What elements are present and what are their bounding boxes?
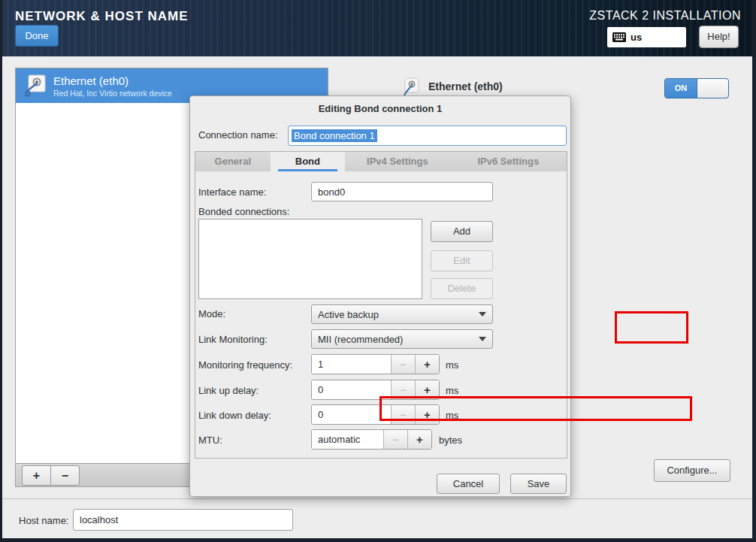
help-button[interactable]: Help! <box>699 26 739 48</box>
monitoring-frequency-spinner: − + <box>311 354 440 374</box>
monitoring-frequency-input[interactable] <box>312 355 391 374</box>
selected-device-title: Ethernet (eth0) <box>428 80 503 92</box>
save-button[interactable]: Save <box>510 474 567 494</box>
device-item-subtitle: Red Hat, Inc Virtio network device <box>53 89 172 98</box>
connection-name-label: Connection name: <box>198 129 278 141</box>
chevron-down-icon <box>479 312 486 316</box>
connection-name-selected-text: Bond connection 1 <box>292 129 377 142</box>
bonded-connections-list[interactable] <box>198 219 422 299</box>
bonded-connections-label: Bonded connections: <box>198 206 289 217</box>
chevron-down-icon <box>479 337 486 341</box>
link-monitoring-label: Link Monitoring: <box>198 334 268 345</box>
edit-connection-button[interactable]: Edit <box>431 250 493 271</box>
keyboard-icon <box>612 32 626 42</box>
keyboard-layout-label: us <box>631 32 642 43</box>
delete-connection-button[interactable]: Delete <box>431 278 493 299</box>
mode-label: Mode: <box>198 308 225 319</box>
link-up-delay-unit: ms <box>446 385 458 396</box>
link-up-delay-label: Link up delay: <box>198 385 259 396</box>
minus-icon[interactable]: − <box>391 355 415 374</box>
link-up-delay-input[interactable] <box>312 380 391 399</box>
minus-icon[interactable]: − <box>391 380 415 399</box>
hostname-separator <box>0 498 756 499</box>
toggle-handle[interactable] <box>697 79 728 98</box>
interface-name-input[interactable] <box>311 182 493 201</box>
plus-icon[interactable]: + <box>415 355 439 374</box>
link-monitoring-value: MII (recommended) <box>318 334 479 345</box>
device-item-text: Ethernet (eth0) Red Hat, Inc Virtio netw… <box>53 74 172 98</box>
interface-name-label: Interface name: <box>198 186 266 198</box>
annotation-add-highlight <box>615 311 688 344</box>
edit-bond-dialog: Editing Bond connection 1 Connection nam… <box>189 95 571 497</box>
header-bar: NETWORK & HOST NAME Done ZSTACK 2 INSTAL… <box>0 0 756 56</box>
device-item-title: Ethernet (eth0) <box>53 74 172 87</box>
configure-button[interactable]: Configure... <box>654 459 730 482</box>
page-title: NETWORK & HOST NAME <box>15 9 189 24</box>
keyboard-layout-indicator[interactable]: us <box>607 27 686 47</box>
mode-value: Active backup <box>318 309 479 320</box>
tab-bond[interactable]: Bond <box>271 152 346 171</box>
done-button[interactable]: Done <box>15 25 59 47</box>
connection-name-input[interactable]: Bond connection 1 <box>288 126 567 146</box>
cancel-button[interactable]: Cancel <box>437 474 500 494</box>
link-down-delay-input[interactable] <box>312 405 391 424</box>
tab-ipv4-settings[interactable]: IPv4 Settings <box>345 152 449 171</box>
remove-device-button[interactable]: − <box>50 465 80 486</box>
link-down-delay-label: Link down delay: <box>198 410 271 421</box>
link-down-delay-unit: ms <box>446 410 458 421</box>
mode-dropdown[interactable]: Active backup <box>311 304 493 324</box>
add-connection-button[interactable]: Add <box>431 221 493 242</box>
minus-icon[interactable]: − <box>391 405 415 424</box>
minus-icon[interactable]: − <box>383 430 407 449</box>
tab-general[interactable]: General <box>195 152 271 171</box>
link-down-delay-spinner: − + <box>311 404 440 425</box>
mtu-spinner: − + <box>311 429 432 450</box>
plus-icon[interactable]: + <box>407 430 431 449</box>
toggle-on-label: ON <box>665 79 697 98</box>
add-device-button[interactable]: + <box>22 465 51 486</box>
ethernet-icon <box>23 74 46 97</box>
device-on-off-toggle[interactable]: ON <box>664 78 729 98</box>
product-title: ZSTACK 2 INSTALLATION <box>589 9 741 23</box>
dialog-tabstrip: General Bond IPv4 Settings IPv6 Settings <box>195 151 567 172</box>
link-monitoring-dropdown[interactable]: MII (recommended) <box>311 329 493 349</box>
mtu-label: MTU: <box>198 435 222 446</box>
monitoring-frequency-unit: ms <box>446 359 458 371</box>
link-up-delay-spinner: − + <box>311 380 440 400</box>
hostname-input[interactable] <box>73 509 293 531</box>
monitoring-frequency-label: Monitoring frequency: <box>198 359 292 371</box>
hostname-label: Host name: <box>19 515 68 526</box>
mtu-unit: bytes <box>439 435 462 446</box>
dialog-title: Editing Bond connection 1 <box>190 103 570 114</box>
plus-icon[interactable]: + <box>415 380 439 399</box>
tab-ipv6-settings[interactable]: IPv6 Settings <box>450 152 567 171</box>
plus-icon[interactable]: + <box>415 405 439 424</box>
mtu-input[interactable] <box>312 430 383 449</box>
